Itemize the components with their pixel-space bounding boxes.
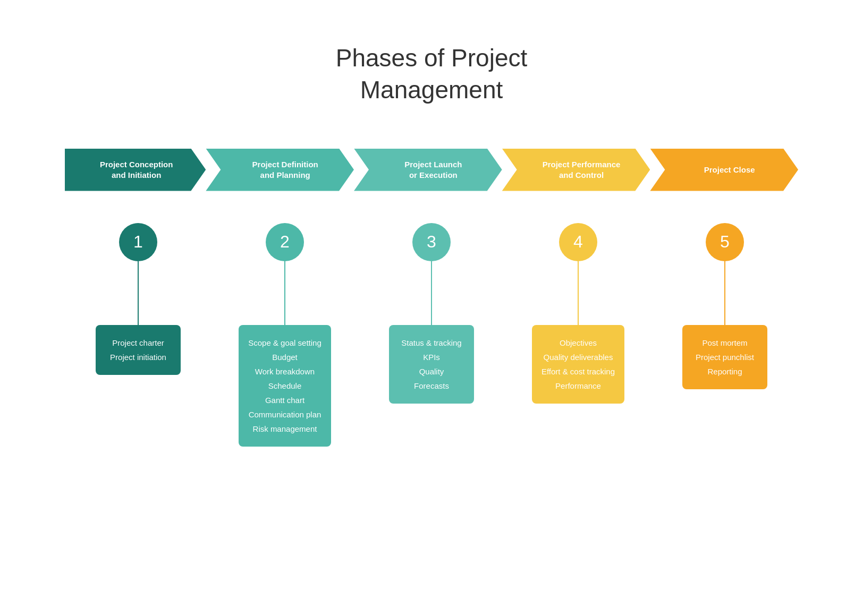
phase-connector-2: [284, 261, 285, 325]
phase-connector-3: [431, 261, 432, 325]
phase-box-3: Status & trackingKPIsQualityForecasts: [389, 325, 474, 404]
chevron-c4: Project Performanceand Control: [502, 149, 650, 191]
chevron-c5: Project Close: [650, 149, 798, 191]
phase-connector-5: [724, 261, 725, 325]
phase-connector-4: [578, 261, 579, 325]
chevron-c1: Project Conceptionand Initiation: [65, 149, 206, 191]
phase-circle-2: 2: [266, 223, 304, 261]
phase-col-1: 1Project charterProject initiation: [65, 223, 211, 375]
phase-circle-1: 1: [119, 223, 157, 261]
phase-circle-4: 4: [559, 223, 597, 261]
phase-circle-3: 3: [412, 223, 451, 261]
phase-col-3: 3Status & trackingKPIsQualityForecasts: [358, 223, 505, 404]
phase-box-5: Post mortemProject punchlistReporting: [682, 325, 767, 389]
phase-box-4: ObjectivesQuality deliverablesEffort & c…: [532, 325, 624, 404]
phase-col-2: 2Scope & goal settingBudgetWork breakdow…: [211, 223, 358, 447]
chevron-c3: Project Launchor Execution: [354, 149, 502, 191]
chevron-c2: Project Definitionand Planning: [206, 149, 354, 191]
phases-row: 1Project charterProject initiation2Scope…: [65, 223, 798, 447]
chevrons-row: Project Conceptionand InitiationProject …: [65, 149, 798, 191]
phase-circle-5: 5: [706, 223, 744, 261]
phase-connector-1: [138, 261, 139, 325]
phase-col-4: 4ObjectivesQuality deliverablesEffort & …: [505, 223, 652, 404]
phase-box-1: Project charterProject initiation: [96, 325, 181, 375]
page-title: Phases of Project Management: [336, 42, 528, 106]
phase-col-5: 5Post mortemProject punchlistReporting: [652, 223, 798, 389]
phase-box-2: Scope & goal settingBudgetWork breakdown…: [239, 325, 331, 447]
